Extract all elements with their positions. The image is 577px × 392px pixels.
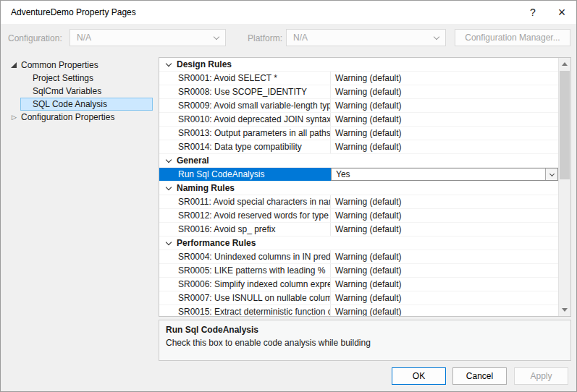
tree-item-common-properties[interactable]: Common Properties bbox=[8, 59, 153, 72]
property-name[interactable]: SR0001: Avoid SELECT * bbox=[159, 72, 331, 85]
tree-item-label: SQL Code Analysis bbox=[33, 99, 107, 109]
ok-button[interactable]: OK bbox=[392, 367, 446, 385]
property-grid-body: Design Rules SR0001: Avoid SELECT * Warn… bbox=[159, 58, 558, 316]
property-name[interactable]: SR0012: Avoid reserved words for type n bbox=[159, 209, 331, 222]
property-value[interactable]: Warning (default) bbox=[331, 140, 558, 153]
property-name[interactable]: Run Sql CodeAnalysis bbox=[159, 168, 331, 181]
grid-row[interactable]: SR0010: Avoid deprecated JOIN syntax War… bbox=[159, 113, 558, 127]
category-label: Design Rules bbox=[177, 59, 232, 69]
property-name[interactable]: SR0004: Unindexed columns in IN predic bbox=[159, 250, 331, 263]
configuration-manager-button[interactable]: Configuration Manager... bbox=[455, 29, 570, 46]
property-value[interactable]: Warning (default) bbox=[331, 278, 558, 291]
dropdown-button[interactable] bbox=[545, 169, 557, 180]
property-name[interactable]: SR0005: LIKE patterns with leading % bbox=[159, 264, 331, 277]
tree-item-label: Configuration Properties bbox=[21, 112, 114, 122]
property-value[interactable]: Warning (default) bbox=[331, 195, 558, 208]
property-grid: Design Rules SR0001: Avoid SELECT * Warn… bbox=[159, 57, 571, 317]
property-name[interactable]: SR0016: Avoid sp_ prefix bbox=[159, 223, 331, 236]
configuration-value: N/A bbox=[77, 33, 91, 43]
property-value[interactable]: Warning (default) bbox=[331, 72, 558, 85]
expanded-icon[interactable] bbox=[11, 62, 17, 68]
arrow-up-icon bbox=[562, 62, 568, 66]
category-label: Naming Rules bbox=[177, 183, 235, 193]
scrollbar-thumb[interactable] bbox=[560, 71, 570, 179]
scroll-down-button[interactable] bbox=[559, 304, 570, 316]
arrow-down-icon bbox=[562, 308, 568, 312]
description-panel: Run Sql CodeAnalysis Check this box to e… bbox=[159, 320, 571, 361]
platform-select[interactable]: N/A bbox=[286, 29, 446, 46]
property-value[interactable]: Warning (default) bbox=[331, 113, 558, 126]
grid-row[interactable]: SR0012: Avoid reserved words for type n … bbox=[159, 209, 558, 223]
grid-row[interactable]: SR0008: Use SCOPE_IDENTITY Warning (defa… bbox=[159, 85, 558, 99]
property-name[interactable]: SR0014: Data type compatibility bbox=[159, 140, 331, 153]
apply-button[interactable]: Apply bbox=[514, 367, 568, 385]
window-title: AdventureDemo Property Pages bbox=[11, 7, 136, 17]
property-value[interactable]: Warning (default) bbox=[331, 209, 558, 222]
property-name[interactable]: SR0006: Simplify indexed column expres bbox=[159, 278, 331, 291]
grid-row[interactable]: SR0014: Data type compatibility Warning … bbox=[159, 140, 558, 154]
tree-item-project-settings[interactable]: Project Settings bbox=[20, 72, 153, 85]
titlebar-controls: ? × bbox=[518, 1, 576, 24]
chevron-down-icon bbox=[214, 33, 219, 39]
property-name[interactable]: SR0009: Avoid small variable-length typ bbox=[159, 99, 331, 112]
category-naming-rules[interactable]: Naming Rules bbox=[159, 182, 558, 195]
category-label: Performance Rules bbox=[177, 238, 256, 248]
chevron-down-icon bbox=[434, 33, 439, 39]
property-pages-dialog: AdventureDemo Property Pages ? × Configu… bbox=[0, 0, 577, 392]
tree-item-configuration-properties[interactable]: ▷ Configuration Properties bbox=[8, 111, 153, 124]
help-icon: ? bbox=[530, 7, 536, 18]
property-value[interactable]: Warning (default) bbox=[331, 223, 558, 236]
category-general[interactable]: General bbox=[159, 154, 558, 168]
grid-row[interactable]: SR0001: Avoid SELECT * Warning (default) bbox=[159, 72, 558, 85]
property-tree: Common Properties Project Settings SqlCm… bbox=[8, 59, 153, 124]
property-name[interactable]: SR0013: Output parameters in all paths bbox=[159, 127, 331, 140]
vertical-scrollbar[interactable] bbox=[558, 58, 570, 316]
grid-row[interactable]: SR0015: Extract deterministic function c… bbox=[159, 305, 558, 316]
scroll-up-button[interactable] bbox=[559, 58, 570, 70]
category-performance-rules[interactable]: Performance Rules bbox=[159, 237, 558, 250]
property-name[interactable]: SR0008: Use SCOPE_IDENTITY bbox=[159, 85, 331, 98]
configuration-label: Configuration: bbox=[8, 33, 62, 43]
cancel-button[interactable]: Cancel bbox=[452, 367, 507, 385]
chevron-down-icon bbox=[166, 239, 172, 244]
tree-item-label: Common Properties bbox=[21, 60, 98, 70]
close-button[interactable]: × bbox=[547, 1, 576, 24]
grid-row[interactable]: SR0011: Avoid special characters in nam … bbox=[159, 195, 558, 209]
property-value[interactable]: Warning (default) bbox=[331, 250, 558, 263]
property-value[interactable]: Warning (default) bbox=[331, 305, 558, 316]
grid-row[interactable]: SR0005: LIKE patterns with leading % War… bbox=[159, 264, 558, 278]
chevron-down-icon bbox=[549, 171, 554, 176]
grid-row-run-sql-codeanalysis[interactable]: Run Sql CodeAnalysis Yes bbox=[159, 168, 558, 182]
property-name[interactable]: SR0010: Avoid deprecated JOIN syntax bbox=[159, 113, 331, 126]
property-value[interactable]: Warning (default) bbox=[331, 291, 558, 304]
platform-value: N/A bbox=[293, 33, 308, 43]
grid-row[interactable]: SR0016: Avoid sp_ prefix Warning (defaul… bbox=[159, 223, 558, 237]
configuration-select[interactable]: N/A bbox=[70, 29, 226, 46]
property-value[interactable]: Warning (default) bbox=[331, 99, 558, 112]
grid-row[interactable]: SR0004: Unindexed columns in IN predic W… bbox=[159, 250, 558, 264]
grid-row[interactable]: SR0013: Output parameters in all paths W… bbox=[159, 127, 558, 140]
grid-row[interactable]: SR0006: Simplify indexed column expres W… bbox=[159, 278, 558, 291]
chevron-down-icon bbox=[166, 156, 172, 162]
tree-item-sqlcmd-variables[interactable]: SqlCmd Variables bbox=[20, 85, 153, 98]
property-name[interactable]: SR0007: Use ISNULL on nullable column bbox=[159, 291, 331, 304]
category-design-rules[interactable]: Design Rules bbox=[159, 58, 558, 72]
grid-row[interactable]: SR0007: Use ISNULL on nullable column Wa… bbox=[159, 291, 558, 305]
tree-item-label: Project Settings bbox=[33, 73, 93, 83]
titlebar: AdventureDemo Property Pages ? × bbox=[1, 1, 576, 24]
tree-item-label: SqlCmd Variables bbox=[33, 86, 101, 96]
property-value[interactable]: Warning (default) bbox=[331, 85, 558, 98]
chevron-down-icon bbox=[166, 184, 172, 189]
tree-item-sql-code-analysis[interactable]: SQL Code Analysis bbox=[20, 98, 153, 111]
platform-label: Platform: bbox=[248, 33, 282, 43]
property-name[interactable]: SR0011: Avoid special characters in nam bbox=[159, 195, 331, 208]
grid-row[interactable]: SR0009: Avoid small variable-length typ … bbox=[159, 99, 558, 113]
collapsed-icon[interactable]: ▷ bbox=[11, 114, 17, 121]
property-value-editor[interactable]: Yes bbox=[331, 168, 558, 181]
property-name[interactable]: SR0015: Extract deterministic function c… bbox=[159, 305, 331, 316]
description-text: Check this box to enable code analysis w… bbox=[166, 338, 564, 348]
help-button[interactable]: ? bbox=[518, 1, 547, 24]
property-value[interactable]: Warning (default) bbox=[331, 127, 558, 140]
property-value[interactable]: Warning (default) bbox=[331, 264, 558, 277]
description-title: Run Sql CodeAnalysis bbox=[166, 325, 564, 335]
